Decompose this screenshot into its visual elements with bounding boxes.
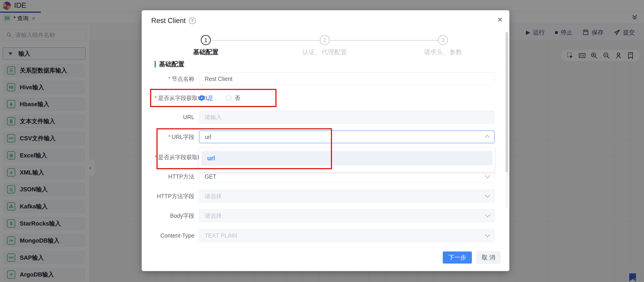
step-2-label: 认证、代理配置 [284,48,366,57]
content-type-value[interactable] [204,232,486,239]
cancel-button[interactable]: 取 消 [476,251,500,263]
help-icon[interactable]: ? [189,17,196,24]
step-1-circle: 1 [201,35,211,45]
step-connector [211,40,320,41]
field-http-method-field: HTTP方法字段 [155,190,494,203]
next-step-button[interactable]: 下一步 [443,251,472,263]
annotation-box-url-field [156,128,332,169]
step-2-circle: 2 [320,35,330,45]
chevron-down-icon [485,173,490,178]
screen: IDE DI * 查询 × 输入 ☰ 关系型数据库输入 Hi Hive输入 [0,0,644,282]
field-body-field: Body字段 [155,209,494,222]
field-http-method: HTTP方法 [155,170,494,183]
http-method-value[interactable] [204,173,486,180]
close-icon[interactable]: × [498,15,502,24]
http-method-field-select[interactable] [199,190,494,203]
step-connector [330,40,438,41]
http-method-field-value[interactable] [204,193,486,200]
section-bar [155,61,156,67]
url-input[interactable] [204,114,489,121]
content-type-select[interactable] [199,229,494,242]
field-node-name: 节点名称 [155,72,494,85]
body-field-select[interactable] [199,209,494,222]
url-input-wrap [199,111,494,123]
annotation-box-url-from-field [150,89,276,107]
node-name-input-wrap [199,72,494,85]
modal-scrollbar-track[interactable] [506,32,508,208]
http-method-select[interactable] [199,170,494,183]
chevron-up-icon [485,135,490,140]
node-name-input[interactable] [204,75,489,82]
dialog-title: Rest Client ? [151,17,196,25]
section-basic-config: 基础配置 [155,60,184,69]
chevron-down-icon [485,232,490,237]
step-3-circle: 3 [438,35,448,45]
field-url: URL [155,111,494,123]
modal-scrollbar-thumb[interactable] [506,32,508,173]
body-field-value[interactable] [204,212,486,219]
chevron-down-icon [485,193,490,198]
step-1-label: 基础配置 [165,48,247,57]
field-content-type: Content-Type [155,229,494,242]
chevron-down-icon [485,212,490,217]
step-3-label: 请求头、参数 [402,48,484,57]
